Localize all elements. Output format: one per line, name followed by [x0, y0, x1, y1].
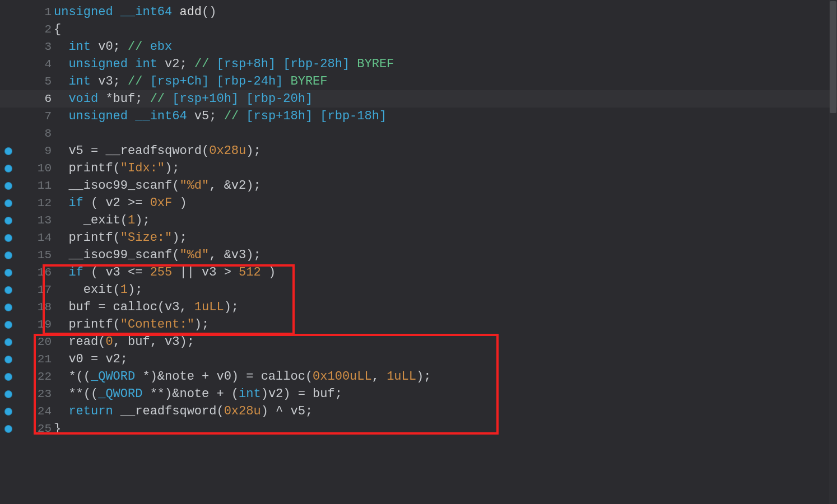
code-line[interactable]: 6 void *buf; // [rsp+10h] [rbp-20h] — [0, 90, 837, 108]
code-content[interactable]: read(0, buf, v3); — [54, 333, 194, 351]
token: BYREF — [350, 57, 394, 71]
code-content[interactable]: if ( v2 >= 0xF ) — [54, 194, 187, 212]
line-number: 23 — [17, 385, 54, 403]
code-line[interactable]: 20 read(0, buf, v3); — [0, 333, 837, 351]
breakpoint-icon[interactable] — [4, 199, 12, 207]
line-number: 25 — [17, 420, 54, 437]
code-line[interactable]: 2{ — [0, 21, 837, 38]
breakpoint-icon[interactable] — [4, 217, 12, 225]
token: "%d" — [179, 179, 209, 193]
breakpoint-icon[interactable] — [4, 356, 12, 363]
breakpoint-gutter[interactable] — [0, 425, 17, 433]
decompiler-view[interactable]: 1unsigned __int64 add()2{3 int v0; // eb… — [0, 0, 837, 437]
breakpoint-gutter[interactable] — [0, 234, 17, 242]
code-content[interactable]: _exit(1); — [54, 212, 150, 229]
breakpoint-gutter[interactable] — [0, 373, 17, 381]
breakpoint-icon[interactable] — [4, 321, 12, 329]
code-content[interactable]: v0 = v2; — [54, 351, 128, 368]
token: ); — [165, 161, 179, 175]
code-content[interactable]: void *buf; // [rsp+10h] [rbp-20h] — [54, 90, 313, 108]
code-content[interactable]: if ( v3 <= 255 || v3 > 512 ) — [54, 264, 276, 281]
token: ); — [128, 283, 142, 297]
breakpoint-icon[interactable] — [4, 234, 12, 242]
breakpoint-icon[interactable] — [4, 390, 12, 398]
breakpoint-icon[interactable] — [4, 251, 12, 259]
breakpoint-icon[interactable] — [4, 269, 12, 277]
breakpoint-icon[interactable] — [4, 147, 12, 155]
breakpoint-icon[interactable] — [4, 165, 12, 172]
code-line[interactable]: 15 __isoc99_scanf("%d", &v3); — [0, 246, 837, 264]
code-line[interactable]: 5 int v3; // [rsp+Ch] [rbp-24h] BYREF — [0, 73, 837, 90]
scrollbar-thumb[interactable] — [830, 1, 836, 113]
code-line[interactable]: 3 int v0; // ebx — [0, 38, 837, 55]
line-number: 8 — [17, 125, 54, 142]
token: v2; — [157, 57, 194, 71]
code-content[interactable]: printf("Content:"); — [54, 316, 209, 333]
code-line[interactable]: 9 v5 = __readfsqword(0x28u); — [0, 142, 837, 160]
code-line[interactable]: 24 return __readfsqword(0x28u) ^ v5; — [0, 403, 837, 420]
breakpoint-icon[interactable] — [4, 338, 12, 346]
code-content[interactable]: return __readfsqword(0x28u) ^ v5; — [54, 403, 313, 420]
code-content[interactable]: buf = calloc(v3, 1uLL); — [54, 298, 239, 316]
vertical-scrollbar[interactable] — [829, 0, 837, 504]
breakpoint-icon[interactable] — [4, 182, 12, 190]
breakpoint-gutter[interactable] — [0, 251, 17, 259]
code-content[interactable]: { — [54, 21, 61, 38]
breakpoint-gutter[interactable] — [0, 356, 17, 363]
code-content[interactable]: __isoc99_scanf("%d", &v2); — [54, 177, 261, 194]
code-line[interactable]: 17 exit(1); — [0, 281, 837, 298]
code-content[interactable]: printf("Idx:"); — [54, 160, 179, 177]
token: "%d" — [179, 248, 209, 262]
breakpoint-gutter[interactable] — [0, 321, 17, 329]
token: )v2) = buf; — [261, 387, 342, 401]
code-line[interactable]: 23 **((_QWORD **)&note + (int)v2) = buf; — [0, 385, 837, 403]
breakpoint-gutter[interactable] — [0, 217, 17, 225]
token: 1 — [120, 283, 128, 297]
code-line[interactable]: 11 __isoc99_scanf("%d", &v2); — [0, 177, 837, 194]
breakpoint-icon[interactable] — [4, 304, 12, 311]
code-line[interactable]: 25} — [0, 420, 837, 437]
code-line[interactable]: 18 buf = calloc(v3, 1uLL); — [0, 298, 837, 316]
breakpoint-gutter[interactable] — [0, 338, 17, 346]
code-content[interactable]: unsigned int v2; // [rsp+8h] [rbp-28h] B… — [54, 55, 394, 73]
code-line[interactable]: 12 if ( v2 >= 0xF ) — [0, 194, 837, 212]
code-line[interactable]: 8 — [0, 125, 837, 142]
breakpoint-gutter[interactable] — [0, 286, 17, 294]
code-line[interactable]: 1unsigned __int64 add() — [0, 3, 837, 21]
code-content[interactable]: } — [54, 420, 61, 437]
breakpoint-gutter[interactable] — [0, 390, 17, 398]
code-content[interactable]: unsigned __int64 v5; // [rsp+18h] [rbp-1… — [54, 108, 387, 125]
code-line[interactable]: 21 v0 = v2; — [0, 351, 837, 368]
code-content[interactable]: **((_QWORD **)&note + (int)v2) = buf; — [54, 385, 342, 403]
breakpoint-gutter[interactable] — [0, 165, 17, 172]
breakpoint-gutter[interactable] — [0, 182, 17, 190]
code-line[interactable]: 7 unsigned __int64 v5; // [rsp+18h] [rbp… — [0, 108, 837, 125]
line-number: 15 — [17, 246, 54, 264]
code-line[interactable]: 13 _exit(1); — [0, 212, 837, 229]
code-content[interactable]: __isoc99_scanf("%d", &v3); — [54, 246, 261, 264]
code-content[interactable]: int v0; // ebx — [54, 38, 172, 55]
code-content[interactable]: printf("Size:"); — [54, 229, 187, 246]
breakpoint-gutter[interactable] — [0, 269, 17, 277]
breakpoint-icon[interactable] — [4, 408, 12, 416]
code-content[interactable]: int v3; // [rsp+Ch] [rbp-24h] BYREF — [54, 73, 328, 90]
breakpoint-icon[interactable] — [4, 373, 12, 381]
breakpoint-gutter[interactable] — [0, 408, 17, 416]
breakpoint-icon[interactable] — [4, 425, 12, 433]
code-content[interactable]: unsigned __int64 add() — [54, 3, 216, 21]
code-content[interactable]: v5 = __readfsqword(0x28u); — [54, 142, 261, 160]
breakpoint-gutter[interactable] — [0, 147, 17, 155]
code-content[interactable]: exit(1); — [54, 281, 142, 298]
code-line[interactable]: 10 printf("Idx:"); — [0, 160, 837, 177]
code-line[interactable]: 16 if ( v3 <= 255 || v3 > 512 ) — [0, 264, 837, 281]
code-line[interactable]: 22 *((_QWORD *)&note + v0) = calloc(0x10… — [0, 368, 837, 385]
line-number: 7 — [17, 108, 54, 125]
code-line[interactable]: 19 printf("Content:"); — [0, 316, 837, 333]
token: [rsp+8h] [rbp-28h] — [216, 57, 350, 71]
breakpoint-icon[interactable] — [4, 286, 12, 294]
code-line[interactable]: 14 printf("Size:"); — [0, 229, 837, 246]
breakpoint-gutter[interactable] — [0, 304, 17, 311]
code-line[interactable]: 4 unsigned int v2; // [rsp+8h] [rbp-28h]… — [0, 55, 837, 73]
code-content[interactable]: *((_QWORD *)&note + v0) = calloc(0x100uL… — [54, 368, 431, 385]
breakpoint-gutter[interactable] — [0, 199, 17, 207]
